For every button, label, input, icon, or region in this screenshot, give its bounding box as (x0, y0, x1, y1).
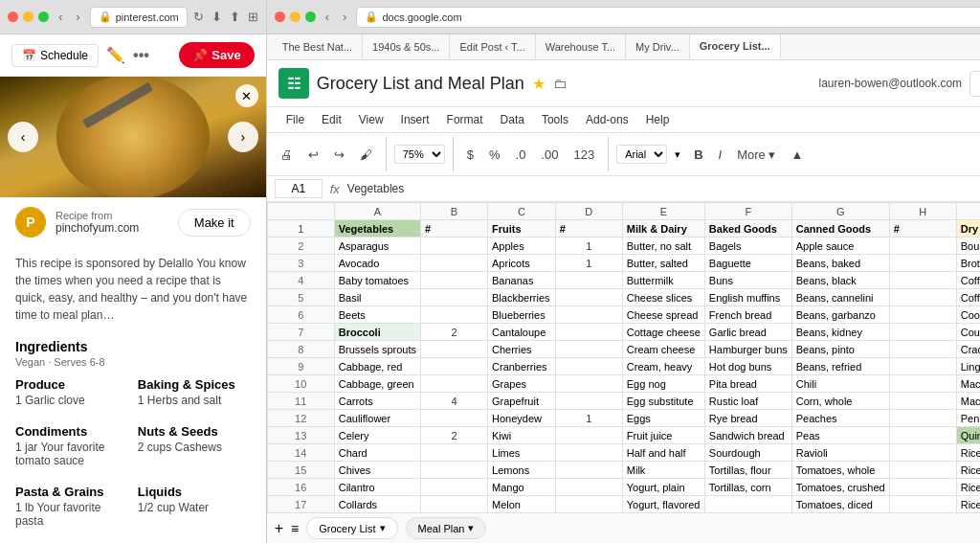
cell[interactable] (704, 496, 791, 513)
cell[interactable]: 4 (421, 393, 488, 410)
cell[interactable]: Butter, salted (622, 255, 704, 272)
collapse-toolbar[interactable]: ▲ (785, 145, 809, 165)
cell[interactable]: Cheese slices (622, 289, 704, 306)
browser-tab[interactable]: The Best Nat... (273, 34, 363, 59)
cell[interactable]: Mac and cheese (956, 375, 980, 393)
share-icon[interactable]: ⬆ (230, 10, 240, 24)
cell[interactable]: Honeydew (488, 410, 556, 427)
cell[interactable] (555, 462, 622, 479)
back-button-right[interactable]: ‹ (322, 8, 333, 26)
reload-icon[interactable]: ↻ (193, 10, 204, 24)
cell[interactable]: Penne (956, 410, 980, 427)
paint-format-button[interactable]: 🖌 (354, 145, 378, 165)
cell[interactable] (555, 393, 622, 410)
min-tl-right[interactable] (290, 11, 301, 22)
close-pin-button[interactable]: ✕ (235, 84, 258, 107)
cell[interactable]: Cauliflower (334, 410, 420, 427)
cell[interactable] (555, 479, 622, 496)
font-select[interactable]: Arial (616, 145, 667, 164)
cell[interactable]: 1 (555, 410, 622, 427)
cell-reference-input[interactable] (275, 179, 323, 198)
menu-item-view[interactable]: View (351, 109, 391, 130)
cell[interactable]: Macaroni (956, 393, 980, 410)
cell[interactable] (889, 496, 956, 513)
cell[interactable]: Garlic bread (704, 324, 791, 341)
prev-image-button[interactable]: ‹ (8, 122, 38, 152)
cell[interactable]: Quinoa (956, 427, 980, 444)
cell[interactable]: Cabbage, red (334, 358, 420, 375)
cell[interactable]: Peas (791, 427, 889, 444)
cell[interactable] (889, 375, 956, 393)
forward-button-left[interactable]: › (72, 8, 83, 26)
col-header-D[interactable]: D (555, 203, 622, 220)
edit-icon[interactable]: ✏️ (106, 46, 125, 64)
header-cell-6[interactable]: Canned Goods (791, 220, 889, 238)
cell[interactable]: Coffee, ground (956, 272, 980, 289)
cell[interactable]: Buns (704, 272, 791, 289)
cell[interactable]: Rice, brown (956, 444, 980, 462)
add-sheet-button[interactable]: + (275, 520, 283, 537)
menu-item-add-ons[interactable]: Add-ons (578, 109, 636, 130)
cell[interactable]: Tortillas, corn (704, 479, 791, 496)
expand-icon[interactable]: ⊞ (248, 10, 258, 24)
browser-tab[interactable]: 1940s & 50s... (363, 34, 450, 59)
cell[interactable]: Butter, no salt (622, 238, 704, 255)
cell[interactable]: Pita bread (704, 375, 791, 393)
cell[interactable] (421, 255, 488, 272)
cell[interactable] (421, 358, 488, 375)
cell[interactable]: Tomatoes, whole (791, 462, 889, 479)
meal-plan-tab[interactable]: Meal Plan ▾ (406, 517, 487, 539)
cell[interactable]: Crackers (956, 341, 980, 358)
header-cell-2[interactable]: Fruits (488, 220, 556, 238)
browser-tab[interactable]: Edit Post ‹ T... (450, 34, 535, 59)
cell[interactable] (889, 358, 956, 375)
header-cell-0[interactable]: Vegetables (334, 220, 420, 238)
cell[interactable]: Avocado (334, 255, 420, 272)
col-header-A[interactable]: A (334, 203, 420, 220)
cell[interactable] (555, 496, 622, 513)
minimize-traffic-light[interactable] (23, 11, 33, 22)
print-button[interactable]: 🖨 (275, 145, 299, 165)
cell[interactable]: Rice, long grain (956, 496, 980, 513)
max-tl-right[interactable] (305, 11, 316, 22)
cell[interactable]: Brussels sprouts (334, 341, 420, 358)
cell[interactable]: English muffins (704, 289, 791, 306)
cell[interactable]: Beans, refried (791, 358, 889, 375)
undo-button[interactable]: ↩ (302, 145, 324, 165)
header-cell-7[interactable]: # (889, 220, 956, 238)
cell[interactable]: Egg substitute (622, 393, 704, 410)
cell[interactable]: Couscous (956, 324, 980, 341)
cell[interactable]: Buttermilk (622, 272, 704, 289)
back-button-left[interactable]: ‹ (55, 8, 66, 26)
menu-item-edit[interactable]: Edit (314, 109, 349, 130)
cell[interactable]: Beans, kidney (791, 324, 889, 341)
cell[interactable]: Mango (488, 479, 556, 496)
cell[interactable]: Blackberries (488, 289, 556, 306)
cell[interactable] (555, 358, 622, 375)
menu-item-file[interactable]: File (278, 109, 312, 130)
save-button[interactable]: 📌 Save (179, 42, 254, 68)
cell[interactable]: Apples (488, 238, 556, 255)
cell[interactable]: Beans, baked (791, 255, 889, 272)
col-header-F[interactable]: F (704, 203, 791, 220)
next-image-button[interactable]: › (228, 122, 258, 152)
cell[interactable]: Cabbage, green (334, 375, 420, 393)
cell[interactable]: Kiwi (488, 427, 556, 444)
cell[interactable]: Sandwich bread (704, 427, 791, 444)
cell[interactable]: Tomatoes, crushed (791, 479, 889, 496)
doc-title[interactable]: Grocery List and Meal Plan (317, 74, 524, 94)
cell[interactable]: Sourdough (704, 444, 791, 462)
cell[interactable]: 1 (555, 255, 622, 272)
grocery-list-tab[interactable]: Grocery List ▾ (306, 517, 397, 539)
cell[interactable]: Ravioli (791, 444, 889, 462)
cell[interactable]: French bread (704, 306, 791, 324)
cell[interactable]: Melon (488, 496, 556, 513)
cell[interactable]: Cantaloupe (488, 324, 556, 341)
cell[interactable] (555, 375, 622, 393)
cell[interactable]: Cookies (956, 306, 980, 324)
browser-tab[interactable]: Grocery List... (690, 34, 781, 59)
more-options-icon[interactable]: ••• (133, 47, 149, 64)
cell[interactable] (555, 427, 622, 444)
cell[interactable]: Beans, garbanzo (791, 306, 889, 324)
currency-button[interactable]: $ (461, 145, 479, 165)
